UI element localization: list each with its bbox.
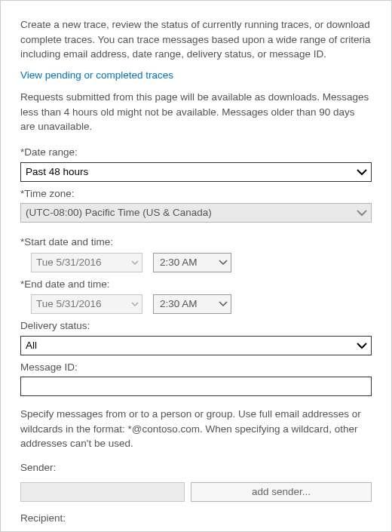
- date-range-value: Past 48 hours: [26, 165, 88, 180]
- time-zone-value: (UTC-08:00) Pacific Time (US & Canada): [26, 205, 212, 220]
- message-id-input[interactable]: [20, 377, 372, 396]
- start-date-value: Tue 5/31/2016: [36, 255, 102, 270]
- view-pending-link[interactable]: View pending or completed traces: [20, 68, 372, 83]
- end-time-value: 2:30 AM: [160, 297, 198, 312]
- date-range-select[interactable]: Past 48 hours: [20, 162, 372, 182]
- end-date-value: Tue 5/31/2016: [36, 297, 102, 312]
- chevron-down-icon: [131, 301, 139, 307]
- delivery-status-label: Delivery status:: [20, 318, 372, 334]
- date-range-label: *Date range:: [20, 145, 372, 160]
- end-dt-label: *End date and time:: [20, 277, 372, 292]
- specify-note: Specify messages from or to a person or …: [20, 407, 372, 451]
- chevron-down-icon: [219, 300, 228, 308]
- chevron-down-icon: [356, 168, 368, 177]
- intro-text: Create a new trace, review the status of…: [20, 17, 372, 62]
- start-dt-label: *Start date and time:: [20, 235, 372, 250]
- sender-input[interactable]: [20, 482, 185, 502]
- sender-label: Sender:: [20, 460, 372, 475]
- start-time-picker[interactable]: 2:30 AM: [153, 253, 231, 272]
- chevron-down-icon: [356, 341, 368, 350]
- chevron-down-icon: [219, 259, 228, 266]
- chevron-down-icon: [131, 260, 139, 266]
- end-date-picker[interactable]: Tue 5/31/2016: [31, 294, 142, 314]
- end-time-picker[interactable]: 2:30 AM: [153, 294, 231, 314]
- delivery-status-select[interactable]: All: [20, 336, 372, 355]
- recipient-label: Recipient:: [20, 511, 372, 526]
- message-id-label: Message ID:: [20, 360, 372, 375]
- chevron-down-icon: [356, 208, 368, 217]
- time-zone-label: *Time zone:: [20, 186, 372, 201]
- delivery-status-value: All: [26, 338, 37, 353]
- start-time-value: 2:30 AM: [160, 255, 198, 270]
- start-date-picker[interactable]: Tue 5/31/2016: [31, 253, 142, 272]
- time-zone-select[interactable]: (UTC-08:00) Pacific Time (US & Canada): [20, 203, 372, 223]
- add-sender-button[interactable]: add sender...: [191, 482, 372, 502]
- requests-note: Requests submitted from this page will b…: [20, 90, 372, 134]
